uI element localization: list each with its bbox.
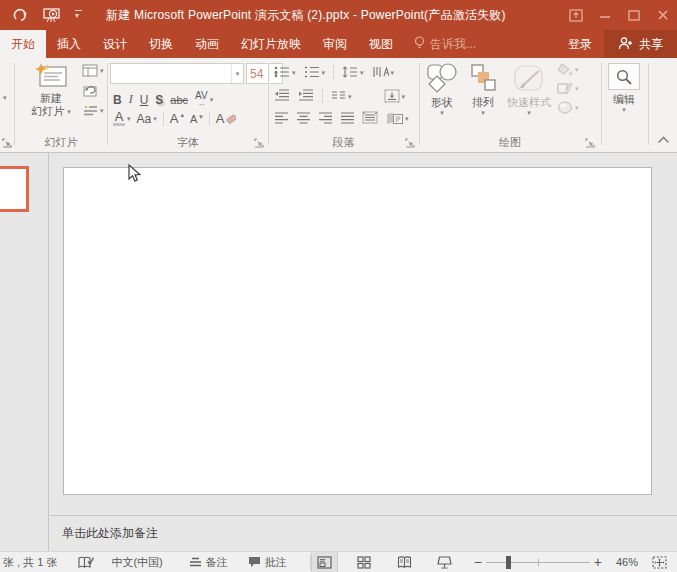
comments-toggle[interactable]: 批注 <box>248 555 287 570</box>
tab-view[interactable]: 视图 <box>358 30 404 58</box>
ribbon-display-options-icon[interactable] <box>561 0 590 30</box>
notes-placeholder[interactable]: 单击此处添加备注 <box>62 525 677 542</box>
tab-design[interactable]: 设计 <box>92 30 138 58</box>
view-slide-sorter-button[interactable] <box>351 552 378 572</box>
section-button[interactable]: ▾ <box>82 104 104 117</box>
align-center-button[interactable] <box>296 112 311 126</box>
font-dialog-launcher-icon[interactable] <box>254 138 264 148</box>
slide-thumbnail-1[interactable] <box>0 166 29 212</box>
notes-icon <box>189 557 202 568</box>
align-left-button[interactable] <box>274 112 289 126</box>
clear-formatting-button[interactable]: A <box>216 111 237 126</box>
comments-icon <box>248 556 261 568</box>
spellcheck-icon[interactable] <box>77 556 94 569</box>
group-label-paragraph: 段落 <box>268 135 419 150</box>
group-font: ▾ 54 ▾ B I U S abc AV ↔ ▾ <box>108 58 268 152</box>
change-case-button[interactable]: Aa ▾ <box>137 112 157 126</box>
increase-indent-button[interactable] <box>298 89 314 103</box>
distribute-button[interactable] <box>362 111 378 126</box>
align-right-button[interactable] <box>318 112 333 126</box>
group-label-font: 字体 <box>108 135 268 150</box>
columns-button[interactable]: ▾ <box>331 90 352 102</box>
new-slide-button[interactable]: 新建 幻灯片▾ <box>22 63 80 118</box>
italic-button[interactable]: I <box>129 92 133 107</box>
zoom-slider-thumb[interactable] <box>506 556 511 569</box>
tab-home[interactable]: 开始 <box>0 30 46 58</box>
shrink-font-button[interactable]: A▾ <box>190 113 203 125</box>
status-bar: 张 , 共 1 张 中文(中国) 备注 批注 <box>0 551 677 572</box>
text-direction-button[interactable]: ▾ <box>372 66 395 78</box>
text-shadow-button[interactable]: S <box>155 93 163 107</box>
close-icon[interactable] <box>648 0 677 30</box>
editing-button[interactable]: 编辑 ▾ <box>608 63 640 113</box>
tell-me-box[interactable]: 告诉我... <box>404 30 486 58</box>
bold-button[interactable]: B <box>113 93 122 107</box>
font-name-combo[interactable]: ▾ <box>110 63 244 84</box>
tab-insert[interactable]: 插入 <box>46 30 92 58</box>
layout-button[interactable]: ▾ <box>82 64 104 77</box>
shape-effects-button[interactable]: ▾ <box>557 101 579 114</box>
language-indicator[interactable]: 中文(中国) <box>111 555 162 570</box>
customize-qat-caret[interactable]: ▾ <box>75 10 82 20</box>
group-editing: 编辑 ▾ <box>601 58 648 152</box>
zoom-out-button[interactable]: − <box>474 554 482 570</box>
arrange-label: 排列 <box>472 96 494 109</box>
shape-outline-button[interactable]: ▾ <box>557 82 579 95</box>
align-text-button[interactable]: ▾ <box>384 89 406 103</box>
strikethrough-button[interactable]: abc <box>170 94 188 106</box>
slideshow-from-start-icon[interactable] <box>43 8 60 23</box>
font-name-caret[interactable]: ▾ <box>231 64 243 83</box>
shape-fill-button[interactable]: ▾ <box>557 63 579 76</box>
group-paragraph: ▾ ▾ ▾ ▾ <box>268 58 419 152</box>
maximize-icon[interactable] <box>619 0 648 30</box>
bullets-button[interactable]: ▾ <box>274 66 296 78</box>
group-label-slides: 幻灯片 <box>14 135 108 150</box>
quick-styles-label: 快速样式 <box>507 96 551 109</box>
zoom-in-button[interactable]: + <box>594 554 602 570</box>
collapse-ribbon-icon[interactable] <box>657 134 670 146</box>
grow-font-button[interactable]: A▴ <box>170 111 184 126</box>
share-button[interactable]: 共享 <box>604 30 677 58</box>
tab-review[interactable]: 审阅 <box>312 30 358 58</box>
arrange-button[interactable]: 排列 ▾ <box>469 63 497 116</box>
minimize-icon[interactable] <box>590 0 619 30</box>
convert-smartart-button[interactable]: ▾ <box>385 112 409 125</box>
font-size-combo[interactable]: 54 <box>246 63 268 84</box>
underline-button[interactable]: U <box>140 93 149 107</box>
group-drawing: 形状 ▾ 排列 ▾ 快速样式 ▾ ▾ <box>419 58 601 152</box>
sign-in-button[interactable]: 登录 <box>556 30 604 58</box>
slide-number-indicator[interactable]: 张 , 共 1 张 <box>3 555 57 570</box>
tab-transitions[interactable]: 切换 <box>138 30 184 58</box>
quick-access-toolbar: ▾ <box>13 8 82 23</box>
shape-outline-icon <box>557 82 573 95</box>
view-reading-button[interactable] <box>391 552 418 572</box>
shapes-icon <box>425 63 459 96</box>
paste-caret[interactable]: ▾ <box>3 94 7 101</box>
fit-to-window-icon[interactable] <box>646 552 673 572</box>
quick-styles-icon <box>509 63 549 96</box>
decrease-indent-button[interactable] <box>274 89 290 103</box>
shapes-button[interactable]: 形状 ▾ <box>425 63 459 116</box>
drawing-dialog-launcher-icon[interactable] <box>585 138 595 148</box>
tab-slideshow[interactable]: 幻灯片放映 <box>230 30 312 58</box>
slide-thumbnail-panel[interactable] <box>0 153 49 551</box>
zoom-level[interactable]: 46% <box>606 556 638 568</box>
tab-animations[interactable]: 动画 <box>184 30 230 58</box>
clipboard-dialog-launcher-icon[interactable] <box>2 138 12 148</box>
numbering-button[interactable]: ▾ <box>304 66 326 78</box>
notes-pane[interactable]: 单击此处添加备注 <box>50 515 677 551</box>
reset-button[interactable] <box>82 84 104 97</box>
view-slideshow-button[interactable] <box>431 552 458 572</box>
zoom-slider[interactable] <box>486 552 590 572</box>
view-normal-button[interactable] <box>311 552 338 572</box>
quick-styles-button[interactable]: 快速样式 ▾ <box>507 63 551 116</box>
slide-canvas[interactable] <box>63 167 652 495</box>
group-slides: 新建 幻灯片▾ ▾ ▾ 幻灯片 <box>14 58 108 152</box>
paragraph-dialog-launcher-icon[interactable] <box>405 138 415 148</box>
line-spacing-button[interactable]: ▾ <box>342 66 364 78</box>
font-color-button[interactable]: A ▾ <box>113 112 131 126</box>
notes-toggle[interactable]: 备注 <box>189 555 228 570</box>
character-spacing-button[interactable]: AV ↔ ▾ <box>195 91 213 108</box>
justify-button[interactable] <box>340 112 355 126</box>
redo-icon[interactable] <box>13 8 28 22</box>
